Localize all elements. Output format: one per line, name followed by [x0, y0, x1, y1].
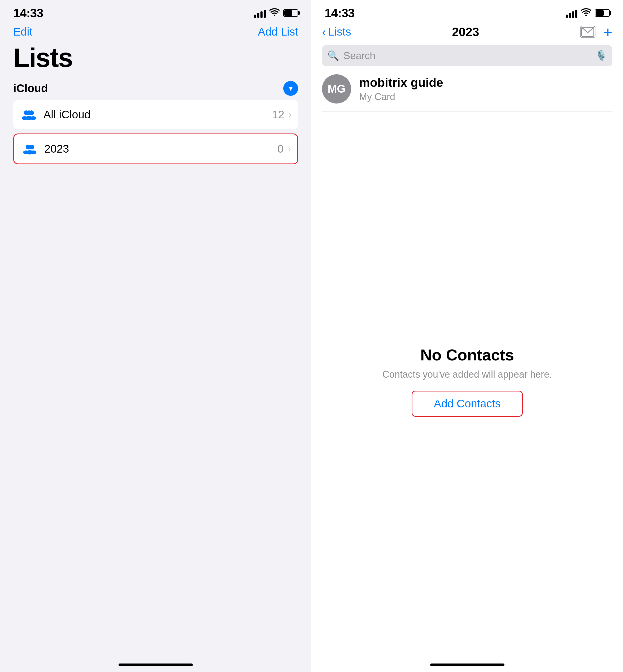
no-contacts-area: No Contacts Contacts you've added will a… [312, 112, 623, 672]
mail-button[interactable] [580, 26, 595, 38]
avatar: MG [322, 74, 351, 104]
search-bar[interactable]: 🔍 Search 🎙️ [322, 45, 613, 66]
left-status-time: 14:33 [13, 6, 43, 20]
microphone-icon[interactable]: 🎙️ [595, 50, 607, 61]
svg-point-2 [27, 110, 31, 115]
search-input[interactable]: Search [344, 50, 591, 62]
add-contacts-button[interactable]: Add Contacts [412, 391, 523, 417]
list-2023-arrow-icon: › [288, 143, 291, 155]
left-signal-icon [254, 8, 266, 18]
all-icloud-icon [20, 108, 38, 121]
lists-heading: Lists [13, 43, 298, 73]
right-battery-icon [595, 9, 610, 17]
left-home-indicator [119, 664, 193, 666]
list-2023-item[interactable]: 2023 0 › [14, 134, 297, 164]
add-contact-button[interactable]: + [603, 23, 613, 41]
right-wifi-icon [581, 8, 591, 18]
icloud-section: iCloud ▼ All iCloud 12 › [0, 78, 312, 164]
svg-point-10 [26, 150, 33, 155]
no-contacts-subtitle: Contacts you've added will appear here. [382, 369, 552, 380]
list-2023-name: 2023 [44, 142, 277, 155]
all-icloud-arrow-icon: › [289, 109, 292, 120]
right-status-icons [566, 8, 610, 18]
list-2023-highlighted-container: 2023 0 › [13, 134, 298, 164]
list-2023-count: 0 [277, 142, 284, 155]
left-nav: Edit Add List [0, 21, 312, 43]
my-card-name: mobitrix guide [359, 75, 443, 90]
left-status-icons [254, 8, 298, 18]
svg-point-7 [29, 145, 34, 149]
all-icloud-item-container: All iCloud 12 › [13, 100, 298, 129]
left-status-bar: 14:33 [0, 0, 312, 21]
right-signal-icon [566, 8, 577, 18]
my-card-info: mobitrix guide My Card [359, 75, 443, 103]
left-panel: 14:33 Edit Add List Lists iCloud ▼ [0, 0, 312, 672]
add-list-button[interactable]: Add List [258, 26, 298, 38]
right-status-time: 14:33 [325, 6, 355, 20]
icloud-header: iCloud ▼ [13, 78, 298, 100]
left-wifi-icon [269, 8, 279, 18]
no-contacts-title: No Contacts [420, 346, 514, 364]
right-panel: 14:33 ‹ Lists 2023 [312, 0, 623, 672]
all-icloud-count: 12 [272, 108, 284, 121]
icloud-label: iCloud [13, 82, 48, 95]
my-card-subtitle: My Card [359, 91, 443, 103]
back-label: Lists [328, 26, 351, 38]
edit-button[interactable]: Edit [13, 26, 32, 38]
right-status-bar: 14:33 [312, 0, 623, 21]
back-chevron-icon: ‹ [322, 25, 326, 39]
lists-title-area: Lists [0, 43, 312, 78]
icloud-expand-button[interactable]: ▼ [283, 81, 298, 96]
right-nav-actions: + [580, 23, 613, 41]
right-nav-title: 2023 [452, 25, 479, 39]
my-card-item[interactable]: MG mobitrix guide My Card [312, 66, 623, 111]
all-icloud-name: All iCloud [43, 108, 272, 121]
right-home-indicator [430, 664, 504, 666]
back-button[interactable]: ‹ Lists [322, 25, 351, 39]
svg-point-5 [26, 116, 32, 120]
all-icloud-list-item[interactable]: All iCloud 12 › [13, 100, 298, 129]
list-2023-icon [21, 142, 39, 156]
search-icon: 🔍 [327, 50, 339, 61]
left-battery-icon [283, 9, 298, 17]
right-nav: ‹ Lists 2023 + [312, 21, 623, 43]
